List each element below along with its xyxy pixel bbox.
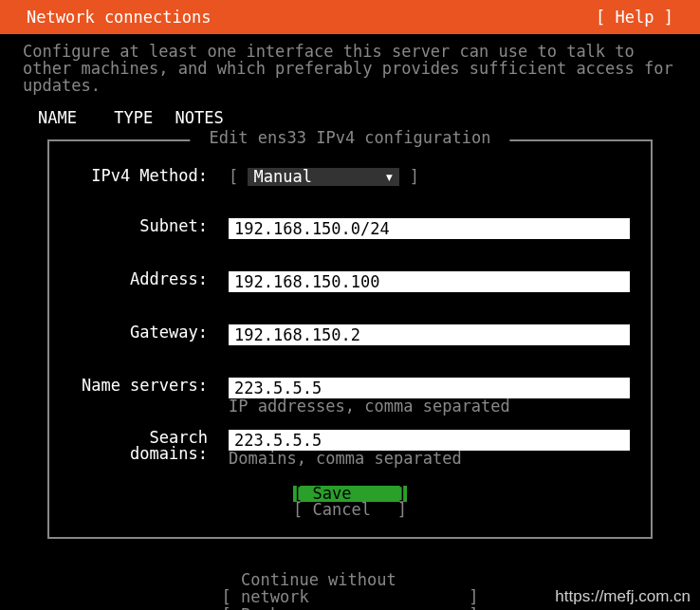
back-button[interactable]: [ Back ] [222,605,479,610]
watermark: https://mefj.com.cn [555,588,691,604]
continue-without-network-button[interactable]: [ Continue without network ] [222,587,479,606]
title-bar: Network connections [ Help ] [0,0,700,34]
nameservers-label: Name servers: [70,378,208,394]
subnet-input[interactable] [229,218,630,239]
page-description: Configure at least one interface this se… [0,34,700,95]
searchdomains-label: Search domains: [70,430,208,462]
help-button[interactable]: [ Help ] [596,9,673,26]
window-title: Network connections [27,9,211,26]
nameservers-input[interactable] [229,378,630,398]
searchdomains-hint: Domains, comma separated [229,451,630,467]
address-input[interactable] [229,271,630,292]
ipv4-method-value: Manual [253,167,311,186]
subnet-label: Subnet: [70,218,208,234]
chevron-down-icon: ▾ [384,169,394,185]
panel-title: Edit ens33 IPv4 configuration [190,130,509,146]
cancel-button[interactable]: [ Cancel] [293,502,407,518]
nameservers-hint: IP addresses, comma separated [229,398,630,415]
column-headers: NAME TYPE NOTES [0,95,700,126]
ipv4-method-select[interactable]: [ Manual▾ ] [229,168,419,186]
gateway-input[interactable] [229,324,630,345]
column-name: NAME [38,110,104,126]
column-type: TYPE [114,110,165,126]
searchdomains-input[interactable] [229,430,630,451]
address-label: Address: [70,271,208,287]
column-notes: NOTES [175,110,224,126]
gateway-label: Gateway: [70,324,208,341]
ipv4-config-panel: Edit ens33 IPv4 configuration IPv4 Metho… [47,139,653,539]
ipv4-method-label: IPv4 Method: [70,168,208,184]
